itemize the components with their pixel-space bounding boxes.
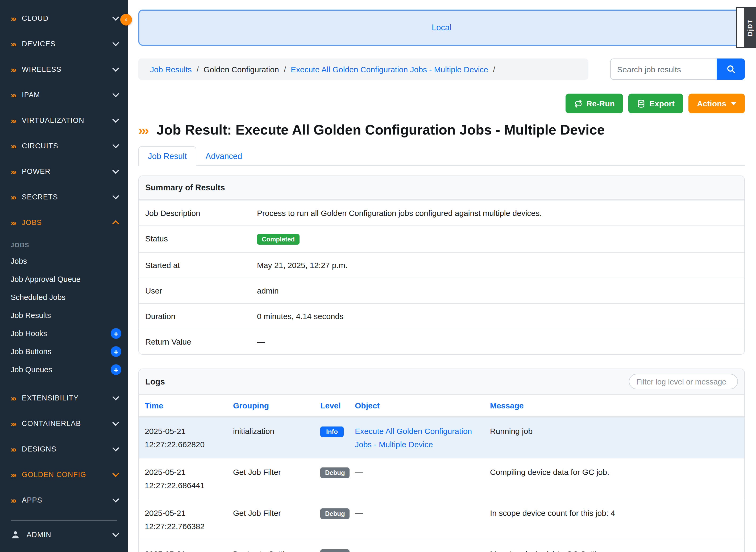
column-header-message[interactable]: Message: [484, 395, 744, 417]
sidebar-item-power[interactable]: ››› POWER: [0, 158, 128, 184]
sidebar-item-containerlab[interactable]: ››› CONTAINERLAB: [0, 411, 128, 436]
sidebar-item-admin[interactable]: ADMIN: [0, 522, 128, 547]
triple-chevron-icon: ›››: [11, 40, 15, 47]
tabs: Job Result Advanced: [138, 146, 745, 166]
tab-advanced[interactable]: Advanced: [196, 146, 251, 166]
log-object: Execute All Golden Configuration Jobs - …: [349, 417, 484, 458]
action-buttons: Re-Run Export Actions: [138, 94, 745, 113]
chevron-down-icon: [112, 496, 119, 502]
log-level: Debug: [314, 499, 349, 540]
summary-label: Duration: [145, 311, 257, 321]
chevron-down-icon: [112, 141, 119, 148]
summary-row-duration: Duration 0 minutes, 4.14 seconds: [139, 303, 744, 329]
sidebar-item-label: VIRTUALIZATION: [22, 116, 113, 124]
debug-toolbar-panel: DjDT: [736, 7, 756, 48]
chevron-down-icon: [112, 444, 119, 451]
triple-chevron-icon: ›››: [11, 394, 15, 402]
log-message: Running job: [484, 417, 744, 458]
sidebar-item-job-approval-queue[interactable]: Job Approval Queue: [0, 270, 128, 288]
sidebar-item-label: POWER: [22, 167, 113, 175]
sidebar-item-wireless[interactable]: ››› WIRELESS: [0, 56, 128, 82]
log-grouping: Get Job Filter: [227, 458, 314, 499]
export-icon: [637, 99, 646, 108]
search-icon: [726, 64, 736, 74]
sidebar-item-secrets[interactable]: ››› SECRETS: [0, 184, 128, 210]
page-title: Job Result: Execute All Golden Configura…: [156, 122, 605, 138]
chevron-up-icon: [112, 220, 119, 227]
sidebar-item-circuits[interactable]: ››› CIRCUITS: [0, 133, 128, 158]
title-row: ››› Job Result: Execute All Golden Confi…: [138, 122, 745, 138]
search-button[interactable]: [717, 58, 745, 80]
sidebar-item-label: GOLDEN CONFIG: [22, 470, 113, 478]
tab-job-result[interactable]: Job Result: [138, 146, 196, 166]
sidebar-item-designs[interactable]: ››› DESIGNS: [0, 436, 128, 461]
column-header-object[interactable]: Object: [349, 395, 484, 417]
breadcrumb-link-job[interactable]: Execute All Golden Configuration Jobs - …: [291, 64, 488, 74]
sidebar-subitem-label: Job Queues: [11, 365, 111, 374]
actions-dropdown-button[interactable]: Actions: [688, 94, 745, 113]
sidebar-item-job-queues[interactable]: Job Queues +: [0, 361, 128, 379]
column-header-time[interactable]: Time: [139, 395, 227, 417]
sidebar-item-label: WIRELESS: [22, 65, 113, 73]
sidebar-item-virtualization[interactable]: ››› VIRTUALIZATION: [0, 107, 128, 133]
breadcrumb-link-job-results[interactable]: Job Results: [150, 64, 192, 74]
summary-label: User: [145, 286, 257, 296]
column-header-grouping[interactable]: Grouping: [227, 395, 314, 417]
summary-label: Status: [145, 234, 257, 245]
log-filter-input[interactable]: [629, 374, 738, 389]
log-message: In scope device count for this job: 4: [484, 499, 744, 540]
sidebar-item-extensibility[interactable]: ››› EXTENSIBILITY: [0, 385, 128, 411]
sidebar-item-devices[interactable]: ››› DEVICES: [0, 31, 128, 56]
sidebar-subitem-label: Job Results: [11, 311, 121, 320]
summary-label: Job Description: [145, 208, 257, 218]
rerun-icon: [574, 99, 583, 108]
summary-value: —: [257, 336, 738, 347]
chevron-down-icon: [112, 116, 119, 122]
sidebar-item-jobs[interactable]: ››› JOBS: [0, 210, 128, 235]
sidebar-item-scheduled-jobs[interactable]: Scheduled Jobs: [0, 288, 128, 306]
add-job-button-button[interactable]: +: [111, 346, 121, 357]
triple-chevron-icon: ›››: [11, 116, 15, 124]
sidebar-collapse-button[interactable]: ‹: [120, 14, 132, 25]
sidebar-item-job-buttons[interactable]: Job Buttons +: [0, 342, 128, 361]
triple-chevron-icon: ›››: [11, 65, 15, 73]
sidebar-item-job-results[interactable]: Job Results: [0, 306, 128, 324]
sidebar-subitem-label: Job Buttons: [11, 347, 111, 356]
log-row: 2025-05-21 12:27:22.766382 Get Job Filte…: [139, 499, 744, 540]
debug-toolbar-handle[interactable]: DjDT: [744, 8, 756, 47]
sidebar-item-golden-config[interactable]: ››› GOLDEN CONFIG: [0, 461, 128, 487]
chevron-down-icon: [112, 419, 119, 425]
chevron-down-icon: [112, 14, 119, 20]
summary-row-job-description: Job Description Process to run all Golde…: [139, 200, 744, 226]
search-input[interactable]: [610, 58, 717, 80]
rerun-button[interactable]: Re-Run: [565, 94, 623, 113]
sidebar-item-job-hooks[interactable]: Job Hooks +: [0, 324, 128, 342]
log-object-link[interactable]: Execute All Golden Configuration Jobs - …: [355, 426, 472, 449]
summary-row-return-value: Return Value —: [139, 329, 744, 354]
column-header-level[interactable]: Level: [314, 395, 349, 417]
summary-row-user: User admin: [139, 278, 744, 303]
level-badge-debug: Debug: [320, 467, 350, 478]
chevron-down-icon: [112, 530, 119, 537]
sidebar-item-cloud[interactable]: ››› CLOUD: [0, 5, 128, 31]
log-time: 2025-05-21 12:27:22.662820: [139, 417, 227, 458]
sidebar-item-ipam[interactable]: ››› IPAM: [0, 82, 128, 107]
sidebar-item-label: DESIGNS: [22, 445, 113, 453]
sidebar-item-label: DEVICES: [22, 40, 113, 47]
sidebar-item-label: SECRETS: [22, 193, 113, 201]
add-job-queue-button[interactable]: +: [111, 364, 121, 375]
triple-chevron-icon: ›››: [11, 14, 15, 22]
sidebar-item-label: APPS: [22, 496, 113, 504]
level-badge-debug: Debug: [320, 508, 350, 519]
sidebar-item-apps[interactable]: ››› APPS: [0, 487, 128, 513]
log-object: —: [349, 499, 484, 540]
add-job-hook-button[interactable]: +: [111, 328, 121, 339]
sidebar-item-label: CONTAINERLAB: [22, 419, 113, 427]
export-button[interactable]: Export: [629, 94, 683, 113]
sidebar-item-jobs-list[interactable]: Jobs: [0, 252, 128, 270]
topbar: Job Results / Golden Configuration / Exe…: [138, 58, 745, 80]
log-time: 2025-05-21 12:27:22.686441: [139, 458, 227, 499]
log-row: 2025-05-21 12:27:22.769834 Device to Set…: [139, 540, 744, 552]
summary-value: admin: [257, 286, 738, 296]
chevron-down-icon: [112, 192, 119, 199]
